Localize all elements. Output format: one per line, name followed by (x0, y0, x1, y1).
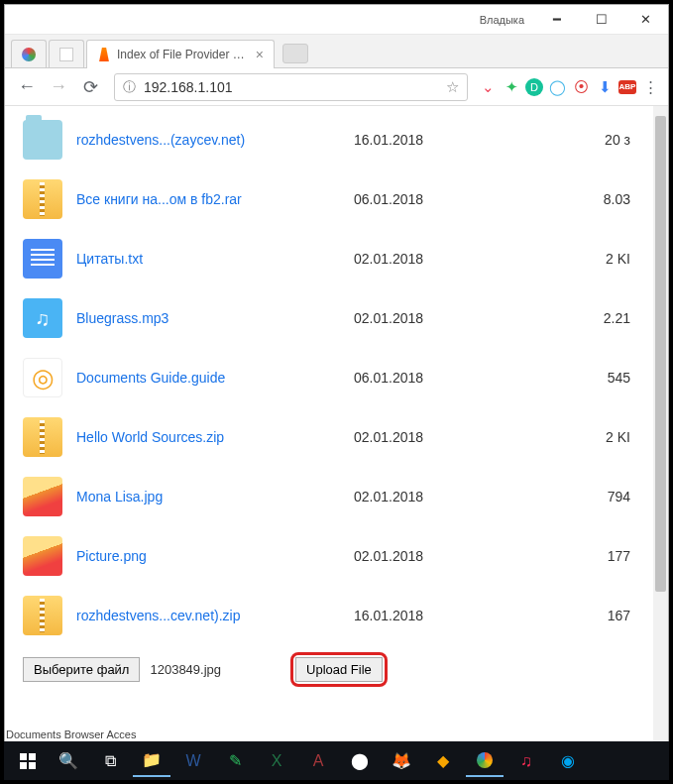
url-text: 192.168.1.101 (144, 79, 438, 95)
scrollbar[interactable] (653, 106, 668, 744)
chosen-filename: 1203849.jpg (150, 662, 221, 677)
tab-2-title: Index of File Provider St… (117, 48, 246, 61)
vlc-favicon-icon (97, 48, 111, 61)
obscured-text: Documents Browser Acces (6, 728, 136, 740)
taskbar-explorer-icon[interactable]: 📁 (133, 745, 170, 777)
menu-icon[interactable]: ⋮ (640, 77, 660, 97)
page-content: rozhdestvens...(zaycev.net)16.01.201820 … (5, 106, 668, 744)
taskbar-search-icon[interactable]: 🔍 (50, 745, 87, 777)
taskbar-gimp-icon[interactable]: 🦊 (383, 745, 420, 777)
taskbar-itunes-icon[interactable]: ♫ (507, 745, 545, 777)
file-img-icon (23, 477, 62, 516)
tab-0-favicon (22, 48, 36, 61)
file-txt-icon (23, 239, 62, 279)
site-info-icon[interactable]: ⓘ (123, 78, 136, 96)
taskbar-word-icon[interactable]: W (174, 745, 212, 777)
file-link[interactable]: Bluegrass.mp3 (76, 310, 354, 326)
address-bar[interactable]: ⓘ 192.168.1.101 ☆ (114, 73, 468, 101)
download-icon[interactable]: ⬇ (595, 77, 615, 97)
file-date: 06.01.2018 (354, 370, 493, 386)
opera-icon[interactable]: ◯ (547, 77, 567, 97)
window-minimize-button[interactable]: ━ (534, 5, 579, 34)
tab-strip: Index of File Provider St… × (5, 35, 668, 68)
forward-button[interactable]: → (45, 73, 72, 101)
file-img-icon (23, 536, 62, 576)
file-size: 794 (493, 489, 650, 504)
back-button[interactable]: ← (13, 73, 41, 101)
windows-taskbar: 🔍 ⧉ 📁 W ✎ X A ⬤ 🦊 ◆ ♫ ◉ (4, 741, 669, 780)
file-size: 177 (493, 548, 650, 564)
file-list: rozhdestvens...(zaycev.net)16.01.201820 … (5, 106, 668, 649)
file-row: Hello World Sources.zip02.01.20182 KI (5, 407, 668, 467)
file-mp3-icon: ♫ (23, 298, 62, 338)
start-button[interactable] (10, 745, 46, 777)
taskbar-app3-icon[interactable]: ◉ (549, 745, 587, 777)
new-tab-button[interactable] (282, 44, 308, 63)
file-size: 2 KI (493, 251, 650, 267)
reload-button[interactable]: ⟳ (76, 73, 104, 101)
tab-1-favicon (59, 48, 73, 61)
upload-file-button[interactable]: Upload File (295, 657, 383, 682)
choose-file-button[interactable]: Выберите файл (23, 657, 140, 682)
window-user-label: Владыка (480, 14, 524, 26)
file-size: 2.21 (493, 310, 650, 326)
svg-rect-3 (29, 762, 36, 769)
file-date: 02.01.2018 (354, 548, 493, 564)
file-size: 167 (493, 608, 650, 623)
file-link[interactable]: Hello World Sources.zip (76, 429, 354, 445)
svg-rect-0 (20, 753, 27, 760)
upload-bar: Выберите файл 1203849.jpg Upload File (5, 649, 668, 689)
browser-toolbar: ← → ⟳ ⓘ 192.168.1.101 ☆ ⌄ ✦ D ◯ ⦿ ⬇ ABP … (5, 68, 668, 106)
svg-rect-2 (20, 762, 27, 769)
file-folder-icon (23, 120, 62, 160)
taskbar-taskview-icon[interactable]: ⧉ (91, 745, 129, 777)
tab-0[interactable] (11, 40, 47, 67)
file-date: 02.01.2018 (354, 489, 493, 504)
file-date: 02.01.2018 (354, 251, 493, 267)
file-row: Цитаты.txt02.01.20182 KI (5, 229, 668, 288)
file-link[interactable]: Picture.png (76, 548, 354, 564)
svg-rect-1 (29, 753, 36, 760)
tab-2[interactable]: Index of File Provider St… × (86, 40, 275, 68)
taskbar-excel-icon[interactable]: X (258, 745, 295, 777)
file-size: 8.03 (493, 191, 650, 207)
file-row: ◎Documents Guide.guide06.01.2018545 (5, 348, 668, 407)
file-size: 2 KI (493, 429, 650, 445)
file-link[interactable]: rozhdestvens...(zaycev.net) (76, 132, 354, 148)
file-link[interactable]: Все книги на...ом в fb2.rar (76, 191, 354, 207)
evernote-icon[interactable]: ✦ (502, 77, 521, 97)
file-row: Picture.png02.01.2018177 (5, 526, 668, 586)
file-zip-icon (23, 596, 62, 635)
upload-highlight: Upload File (290, 652, 388, 687)
file-date: 06.01.2018 (354, 191, 493, 207)
file-link[interactable]: rozhdestvens...cev.net).zip (76, 608, 354, 623)
taskbar-app1-icon[interactable]: ⬤ (341, 745, 379, 777)
ublock-icon[interactable]: ⦿ (571, 77, 591, 97)
tab-1[interactable] (49, 40, 84, 67)
file-date: 16.01.2018 (354, 132, 493, 148)
taskbar-chrome-icon[interactable] (466, 745, 504, 777)
window-titlebar: Владыка ━ ☐ ✕ (5, 5, 668, 35)
bookmark-star-icon[interactable]: ☆ (446, 78, 459, 96)
pocket-icon[interactable]: ⌄ (478, 77, 498, 97)
scrollbar-thumb[interactable] (655, 116, 666, 592)
file-date: 02.01.2018 (354, 310, 493, 326)
grammarly-icon[interactable]: D (525, 78, 543, 96)
file-link[interactable]: Documents Guide.guide (76, 370, 354, 386)
tab-2-close-icon[interactable]: × (256, 47, 264, 62)
window-maximize-button[interactable]: ☐ (579, 5, 623, 34)
browser-window: Владыка ━ ☐ ✕ Index of File Provider St…… (4, 4, 669, 745)
file-link[interactable]: Цитаты.txt (76, 251, 354, 267)
file-row: rozhdestvens...(zaycev.net)16.01.201820 … (5, 110, 668, 169)
adblock-icon[interactable]: ABP (618, 80, 636, 94)
file-date: 16.01.2018 (354, 608, 493, 623)
taskbar-app2-icon[interactable]: ◆ (424, 745, 462, 777)
file-row: Mona Lisa.jpg02.01.2018794 (5, 467, 668, 526)
file-date: 02.01.2018 (354, 429, 493, 445)
taskbar-evernote-icon[interactable]: ✎ (216, 745, 254, 777)
file-row: ♫Bluegrass.mp302.01.20182.21 (5, 288, 668, 348)
file-size: 545 (493, 370, 650, 386)
file-link[interactable]: Mona Lisa.jpg (76, 489, 354, 504)
taskbar-access-icon[interactable]: A (299, 745, 337, 777)
window-close-button[interactable]: ✕ (623, 5, 668, 34)
